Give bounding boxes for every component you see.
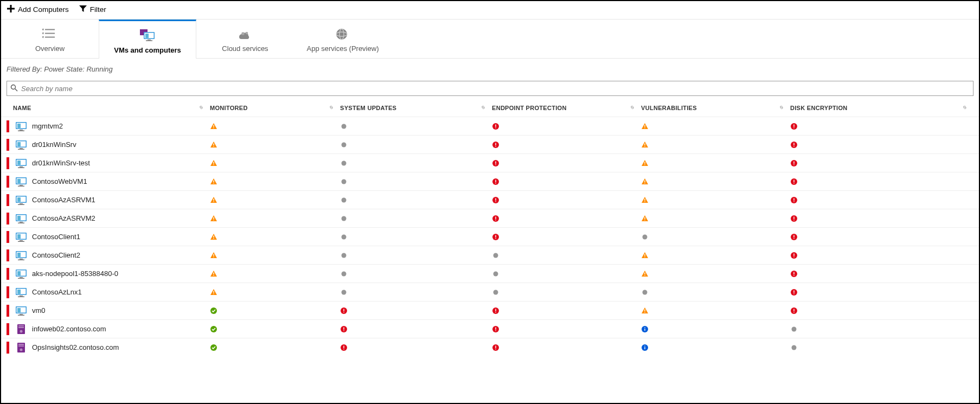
vm-icon [16, 158, 27, 169]
vulnerabilities-status-icon [641, 141, 649, 149]
col-vulnerabilities[interactable]: VULNERABILITIES [641, 105, 697, 111]
disk-encryption-status-icon [790, 123, 798, 130]
disk-encryption-status-icon [790, 196, 798, 204]
disk-encryption-status-icon [790, 141, 798, 149]
system-updates-status-icon [340, 215, 348, 222]
system-updates-status-icon [340, 344, 348, 351]
vm-icon [16, 232, 27, 242]
severity-bar [7, 249, 9, 261]
monitored-status-icon [210, 196, 217, 204]
server-icon [16, 342, 27, 353]
tab-label: App services (Preview) [298, 44, 387, 53]
sort-icon[interactable] [962, 105, 967, 111]
filter-button[interactable]: Filter [79, 4, 106, 15]
search-box[interactable] [7, 81, 973, 96]
vulnerabilities-status-icon [641, 123, 649, 130]
endpoint-protection-status-icon [492, 159, 499, 167]
endpoint-protection-status-icon [492, 196, 499, 204]
table-row[interactable]: ContosoAzASRVM2 [1, 209, 979, 227]
monitored-status-icon [210, 270, 217, 278]
disk-encryption-status-icon [790, 252, 798, 259]
table-row[interactable]: ContosoClient1 [1, 227, 979, 246]
table-row[interactable]: ContosoWebVM1 [1, 172, 979, 190]
resource-name: infoweb02.contoso.com [32, 325, 106, 333]
sort-icon[interactable] [328, 105, 334, 111]
severity-bar [7, 139, 9, 151]
tab-label: Overview [5, 44, 94, 53]
col-monitored[interactable]: MONITORED [210, 105, 248, 111]
table-row[interactable]: aks-nodepool1-85388480-0 [1, 264, 979, 283]
add-computers-button[interactable]: Add Computers [7, 4, 69, 15]
table-row[interactable]: OpsInsights02.contoso.com [1, 338, 979, 356]
endpoint-protection-status-icon [492, 325, 499, 333]
table-body: mgmtvm2dr01knWinSrvdr01knWinSrv-testCont… [1, 117, 979, 356]
severity-bar [7, 286, 9, 298]
resource-name: ContosoAzASRVM1 [32, 196, 95, 204]
col-disk-encryption[interactable]: DISK ENCRYPTION [790, 105, 848, 111]
monitored-status-icon [210, 325, 217, 333]
vulnerabilities-status-icon [641, 288, 649, 296]
table-row[interactable]: ContosoAzLnx1 [1, 283, 979, 301]
col-name[interactable]: NAME [13, 105, 31, 111]
globe-icon [298, 26, 387, 42]
severity-bar [7, 268, 9, 280]
table-row[interactable]: vm0 [1, 301, 979, 319]
tab-cloud[interactable]: Cloud services [196, 20, 294, 58]
add-computers-label: Add Computers [18, 5, 69, 14]
monitored-status-icon [210, 159, 217, 167]
sort-icon[interactable] [629, 105, 635, 111]
vm-icon [16, 121, 27, 132]
system-updates-status-icon [340, 252, 348, 259]
sort-icon[interactable] [778, 105, 784, 111]
endpoint-protection-status-icon [492, 307, 499, 315]
search-input[interactable] [21, 85, 970, 93]
resource-name: mgmtvm2 [32, 122, 63, 130]
system-updates-status-icon [340, 270, 348, 278]
vm-icon [16, 213, 27, 224]
vulnerabilities-status-icon [641, 233, 649, 241]
tab-overview[interactable]: Overview [1, 20, 99, 58]
disk-encryption-status-icon [790, 307, 798, 315]
vulnerabilities-status-icon [641, 344, 649, 351]
vm-icon [16, 195, 27, 206]
resource-name: ContosoAzLnx1 [32, 288, 82, 296]
sort-icon[interactable] [480, 105, 485, 111]
col-system-updates[interactable]: SYSTEM UPDATES [340, 105, 396, 111]
system-updates-status-icon [340, 288, 348, 296]
tab-appsvc[interactable]: App services (Preview) [294, 20, 392, 58]
table-row[interactable]: dr01knWinSrv [1, 135, 979, 153]
system-updates-status-icon [340, 196, 348, 204]
tab-label: VMs and computers [104, 46, 191, 54]
filtered-by-text: Filtered By: Power State: Running [1, 59, 979, 78]
severity-bar [7, 342, 9, 354]
sort-icon[interactable] [198, 105, 203, 111]
vulnerabilities-status-icon [641, 196, 649, 204]
table-row[interactable]: dr01knWinSrv-test [1, 153, 979, 172]
endpoint-protection-status-icon [492, 252, 499, 259]
monitored-status-icon [210, 252, 217, 259]
severity-bar [7, 194, 9, 206]
disk-encryption-status-icon [790, 159, 798, 167]
resource-name: ContosoClient2 [32, 251, 80, 259]
system-updates-status-icon [340, 141, 348, 149]
resource-name: OpsInsights02.contoso.com [32, 343, 119, 351]
vulnerabilities-status-icon [641, 325, 649, 333]
monitored-status-icon [210, 123, 217, 130]
monitored-status-icon [210, 178, 217, 185]
table-row[interactable]: ContosoClient2 [1, 246, 979, 264]
system-updates-status-icon [340, 233, 348, 241]
endpoint-protection-status-icon [492, 123, 499, 130]
table-row[interactable]: ContosoAzASRVM1 [1, 190, 979, 209]
vulnerabilities-status-icon [641, 252, 649, 259]
table-row[interactable]: mgmtvm2 [1, 117, 979, 135]
endpoint-protection-status-icon [492, 270, 499, 278]
severity-bar [7, 323, 9, 335]
monitored-status-icon [210, 344, 217, 351]
col-endpoint-protection[interactable]: ENDPOINT PROTECTION [492, 105, 567, 111]
table-row[interactable]: infoweb02.contoso.com [1, 319, 979, 338]
table-header: NAME MONITORED SYSTEM UPDATES ENDPOINT P… [1, 99, 979, 117]
resource-name: aks-nodepool1-85388480-0 [32, 270, 118, 278]
endpoint-protection-status-icon [492, 233, 499, 241]
tab-vms[interactable]: VMs and computers [99, 20, 196, 59]
vulnerabilities-status-icon [641, 159, 649, 167]
